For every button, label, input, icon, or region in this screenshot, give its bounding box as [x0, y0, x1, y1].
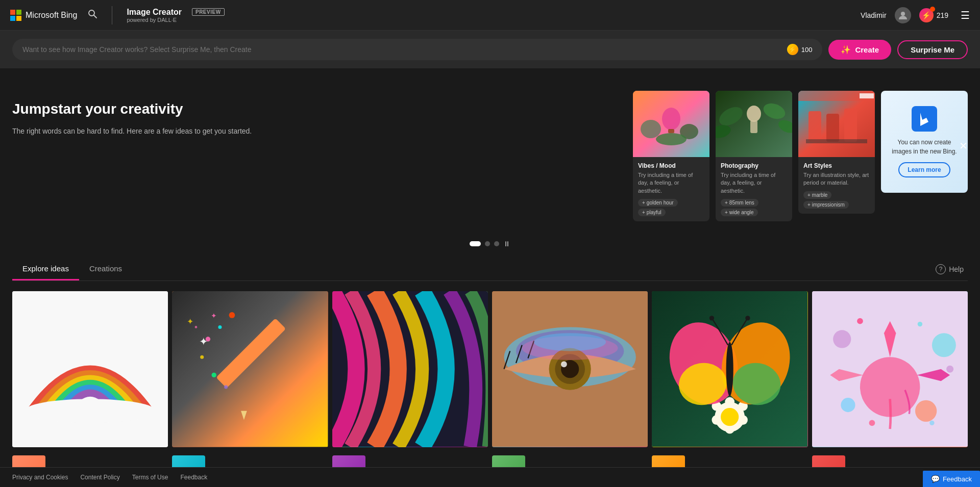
carousel-dot-2[interactable] [485, 241, 490, 246]
bing-promo-card[interactable]: You can now create images in the new Bin… [881, 91, 968, 193]
svg-rect-24 [806, 139, 867, 143]
svg-point-10 [641, 120, 661, 138]
image-creator-info: Image Creator PREVIEW powered by DALL·E [127, 8, 224, 23]
card-desc-photography: Try including a time of day, a feeling, … [721, 171, 787, 195]
close-hero-button[interactable]: ✕ [959, 140, 968, 152]
svg-point-34 [229, 312, 235, 318]
carousel-dot-1[interactable] [470, 241, 481, 246]
card-tag-wide[interactable]: wide angle [721, 209, 758, 216]
carousel-dots: ⏸ [12, 240, 968, 258]
surprise-button[interactable]: Surprise Me [897, 40, 968, 59]
carousel-cards: Vibes / Mood Try including a time of day… [633, 91, 968, 221]
card-tags-vibes: golden hour playful [638, 199, 704, 216]
card-tag-marble[interactable]: marble [803, 191, 831, 199]
footer-feedback-link[interactable]: Feedback [180, 474, 207, 481]
card-tag-golden[interactable]: golden hour [638, 199, 678, 207]
svg-point-71 [932, 333, 956, 357]
card-photography[interactable]: Photography Try including a time of day,… [716, 91, 792, 221]
footer-content-policy[interactable]: Content Policy [80, 474, 119, 481]
user-name: Vladimir [861, 11, 887, 19]
svg-point-36 [195, 326, 198, 328]
svg-rect-26 [860, 93, 874, 98]
svg-point-75 [857, 318, 863, 324]
tab-creations[interactable]: Creations [79, 258, 132, 280]
svg-point-50 [561, 362, 567, 368]
image-pencil[interactable]: ✦ ✦ ✦ [172, 291, 328, 447]
image-creator-subtitle: powered by DALL·E [127, 17, 224, 23]
search-icon[interactable] [87, 9, 97, 21]
svg-text:✦: ✦ [211, 312, 217, 320]
feedback-button[interactable]: 💬 Feedback [923, 471, 980, 487]
svg-point-55 [725, 397, 735, 407]
hero-title: Jumpstart your creativity [12, 101, 618, 117]
svg-point-77 [946, 366, 953, 373]
coins-display: 100 [801, 46, 813, 54]
footer-privacy[interactable]: Privacy and Cookies [12, 474, 68, 481]
card-tag-85mm[interactable]: 85mm lens [721, 199, 758, 207]
footer-terms[interactable]: Terms of Use [132, 474, 168, 481]
svg-rect-0 [10, 10, 15, 15]
svg-point-57 [738, 415, 748, 425]
svg-rect-3 [16, 16, 21, 21]
search-input[interactable] [22, 45, 781, 54]
card-image-vibes [633, 91, 709, 157]
card-art-styles[interactable]: Art Styles Try an illustration style, ar… [798, 91, 875, 214]
tabs-section: Explore ideas Creations ? Help [12, 258, 968, 281]
card-label-photography: Photography [721, 162, 787, 169]
svg-rect-1 [16, 10, 21, 15]
svg-text:✦: ✦ [199, 336, 208, 347]
coins-count: ⚡ 219 [919, 8, 948, 22]
svg-rect-22 [826, 114, 839, 142]
image-butterfly[interactable] [652, 291, 807, 447]
image-eye[interactable] [492, 291, 648, 447]
svg-point-6 [901, 12, 905, 16]
svg-point-72 [833, 330, 851, 348]
header-divider [112, 6, 112, 24]
svg-point-12 [656, 133, 687, 145]
image-rainbow[interactable] [12, 291, 168, 447]
card-desc-vibes: Try including a time of day, a feeling, … [638, 171, 704, 195]
feedback-icon: 💬 [931, 475, 940, 483]
svg-point-61 [721, 408, 739, 426]
coins-value: 219 [937, 11, 948, 19]
carousel-dot-3[interactable] [494, 241, 499, 246]
card-tag-playful[interactable]: playful [638, 209, 666, 216]
windows-icon [10, 10, 21, 21]
surprise-label: Surprise Me [911, 45, 954, 54]
svg-point-73 [915, 400, 937, 422]
header-left: Microsoft Bing Image Creator PREVIEW pow… [10, 6, 225, 24]
card-content-art-styles: Art Styles Try an illustration style, ar… [798, 157, 875, 214]
hero-description: The right words can be hard to find. Her… [12, 125, 618, 137]
card-image-photography [716, 91, 792, 157]
lightning-badge: ⚡ 100 [787, 44, 813, 55]
svg-rect-23 [844, 109, 857, 142]
bing-logo[interactable]: Microsoft Bing [10, 10, 77, 21]
svg-point-68 [746, 316, 750, 320]
search-bar-section: ⚡ 100 ✨ Create Surprise Me [0, 31, 980, 68]
svg-rect-15 [750, 120, 757, 133]
create-button[interactable]: ✨ Create [828, 40, 891, 60]
footer: Privacy and Cookies Content Policy Terms… [0, 467, 980, 487]
carousel-pause-button[interactable]: ⏸ [503, 240, 510, 248]
card-vibes[interactable]: Vibes / Mood Try including a time of day… [633, 91, 709, 221]
bing-learn-more-button[interactable]: Learn more [898, 162, 950, 177]
image-ribbons[interactable] [332, 291, 488, 447]
user-avatar[interactable] [895, 7, 911, 23]
svg-point-52 [534, 333, 606, 351]
bing-logo-text: Microsoft Bing [26, 11, 77, 20]
card-tags-photography: 85mm lens wide angle [721, 199, 787, 216]
header: Microsoft Bing Image Creator PREVIEW pow… [0, 0, 980, 31]
lightning-icon: ⚡ [787, 44, 798, 55]
card-tags-art-styles: marble impressionism [803, 191, 870, 209]
svg-point-8 [662, 108, 680, 130]
svg-point-28 [24, 399, 156, 423]
hamburger-icon[interactable]: ☰ [961, 9, 970, 21]
card-tag-impressionism[interactable]: impressionism [803, 201, 849, 209]
svg-point-78 [869, 420, 875, 426]
feedback-label: Feedback [943, 475, 972, 483]
image-splash[interactable] [812, 291, 968, 447]
card-desc-art-styles: Try an illustration style, art period or… [803, 171, 870, 187]
image-grid: ✦ ✦ ✦ [12, 291, 968, 451]
help-link[interactable]: ? Help [936, 264, 968, 274]
tab-explore-ideas[interactable]: Explore ideas [12, 258, 79, 280]
